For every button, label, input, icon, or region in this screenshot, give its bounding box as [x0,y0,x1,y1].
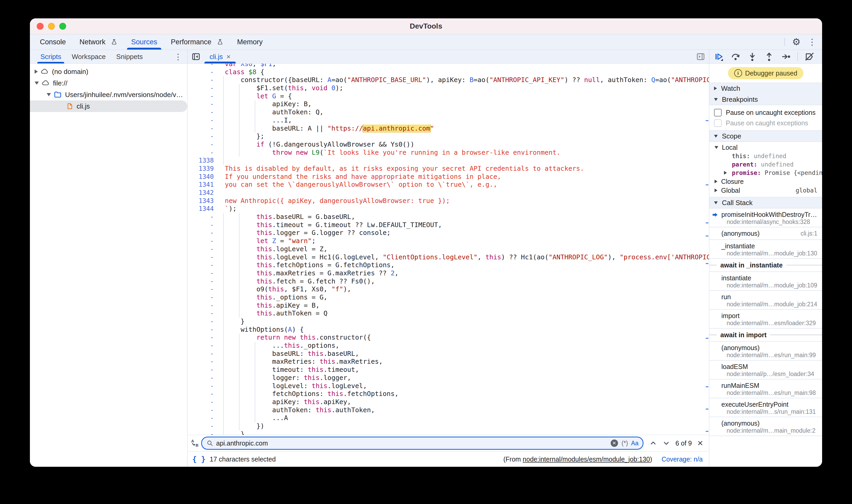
tab-close-icon[interactable]: × [227,53,231,61]
line-number[interactable]: - [188,374,218,382]
section-watch[interactable]: Watch [709,83,822,94]
line-number[interactable]: - [188,422,218,430]
line-number[interactable]: - [188,334,218,342]
line-number[interactable]: - [188,237,218,245]
line-number[interactable]: - [188,406,218,414]
checkbox[interactable] [714,119,722,127]
line-number[interactable]: 1338 [188,157,218,165]
line-number[interactable]: - [188,68,218,76]
line-number[interactable]: - [188,221,218,229]
scope-group-closure[interactable]: Closure [709,177,822,186]
search-input[interactable]: api.anthropic.com ✕ (*) Aa [201,437,643,450]
chevron-down-icon[interactable] [47,93,51,96]
call-stack-frame[interactable]: loadESMnode:internal/p…/esm_loader:34 [709,361,822,379]
close-window-button[interactable] [37,23,43,30]
call-stack-frame[interactable]: importnode:internal/m…esm/loader:329 [709,310,822,328]
toggle-debugger-sidebar-icon[interactable] [696,52,709,61]
line-number[interactable]: - [188,358,218,366]
resume-button[interactable] [713,51,724,62]
call-stack-frame[interactable]: runMainESMnode:internal/m…es/run_main:98 [709,379,822,398]
call-stack-frame[interactable]: instantiatenode:internal/m…module_job:10… [709,272,822,291]
main-tab-network[interactable]: Network [73,34,124,50]
call-stack-frame[interactable]: (anonymous)cli.js:1 [709,227,822,240]
line-number[interactable]: - [188,108,218,116]
call-stack-frame[interactable]: _instantiatenode:internal/m…module_job:1… [709,240,822,259]
line-number[interactable]: - [188,285,218,293]
section-call-stack[interactable]: Call Stack [709,197,822,209]
breakpoint-option[interactable]: Pause on caught exceptions [709,118,822,128]
line-number[interactable]: - [188,132,218,141]
collapse-navigator-icon[interactable] [191,52,201,61]
regex-toggle[interactable]: (*) [622,440,628,447]
pretty-print-icon[interactable]: { } [192,455,206,464]
main-tab-sources[interactable]: Sources [124,34,164,50]
line-number[interactable]: - [188,253,218,262]
breakpoint-option[interactable]: Pause on uncaught exceptions [709,107,822,118]
call-stack-frame[interactable]: executeUserEntryPointnode:internal/m…s/r… [709,398,822,417]
section-breakpoints[interactable]: Breakpoints [709,94,822,105]
match-case-toggle[interactable]: Aa [631,440,638,447]
line-number[interactable]: - [188,430,218,435]
line-number[interactable]: 1339 [188,165,218,173]
navigator-tab-scripts[interactable]: Scripts [35,50,66,64]
line-number[interactable]: - [188,116,218,125]
line-number[interactable]: - [188,261,218,269]
tab-cli-js[interactable]: cli.js × [205,50,236,64]
tree-item-users-jinhuilee-nvm-versions-node-v2-[interactable]: Users/jinhuilee/.nvm/versions/node/v2… [30,89,187,101]
more-options-kebab-icon[interactable]: ⋮ [808,38,816,46]
chevron-right-icon[interactable] [35,70,38,74]
scope-variable[interactable]: this: undefined [709,152,822,160]
line-number[interactable]: - [188,309,218,318]
call-stack-frame[interactable]: (anonymous)node:internal/m…es/run_main:9… [709,342,822,361]
replace-toggle-icon[interactable]: AB [190,438,200,448]
call-stack-frame[interactable]: (anonymous)node:internal/m…main_module:2 [709,417,822,436]
settings-gear-icon[interactable]: ⚙ [792,37,801,47]
line-number[interactable]: - [188,366,218,374]
navigator-overflow-menu-icon[interactable]: ⋮ [174,50,187,64]
line-number[interactable]: - [188,342,218,350]
call-stack-frame[interactable]: promiseInitHookWithDestroyTr…node:intern… [709,209,822,227]
line-number[interactable]: - [188,76,218,84]
line-number[interactable]: - [188,293,218,302]
line-number[interactable]: - [188,302,218,310]
scope-variable[interactable]: promise: Promise {<pending>} [709,168,822,177]
line-number[interactable]: - [188,141,218,149]
chevron-right-icon[interactable] [724,171,727,175]
code-editor[interactable]: -var Xs0, $F1;-class $8 {-constructor({b… [188,64,709,435]
line-number[interactable]: - [188,245,218,253]
line-number[interactable]: - [188,350,218,358]
navigator-tab-workspace[interactable]: Workspace [66,50,111,64]
line-number[interactable]: - [188,414,218,422]
line-number[interactable]: - [188,398,218,406]
line-number[interactable]: - [188,382,218,390]
search-query[interactable]: api.anthropic.com [216,439,611,447]
line-number[interactable]: - [188,269,218,277]
line-number[interactable]: - [188,125,218,133]
scope-variable[interactable]: parent: undefined [709,160,822,168]
line-number[interactable]: 1342 [188,189,218,197]
close-search-button[interactable]: ✕ [697,439,703,448]
next-match-button[interactable] [662,439,670,447]
step-out-button[interactable] [764,51,774,62]
main-tab-performance[interactable]: Performance [164,34,230,50]
line-number[interactable]: - [188,229,218,237]
line-number[interactable]: - [188,318,218,326]
chevron-right-icon[interactable] [714,188,717,192]
line-number[interactable]: 1343 [188,197,218,205]
navigator-tab-snippets[interactable]: Snippets [111,50,148,64]
scope-group-local[interactable]: Local [709,143,822,152]
tree-item--no-domain-[interactable]: (no domain) [30,66,187,77]
line-number[interactable]: - [188,149,218,157]
call-stack-frame[interactable]: runnode:internal/m…module_job:214 [709,291,822,310]
line-number[interactable]: 1341 [188,181,218,189]
maximize-window-button[interactable] [59,23,66,30]
chevron-right-icon[interactable] [714,180,717,183]
main-tab-console[interactable]: Console [33,34,73,50]
previous-match-button[interactable] [649,439,657,447]
coverage-link[interactable]: Coverage: n/a [661,455,703,463]
line-number[interactable]: - [188,390,218,398]
step-button[interactable] [781,51,791,62]
line-number[interactable]: - [188,277,218,286]
line-number[interactable]: - [188,64,218,68]
line-number[interactable]: 1340 [188,173,218,181]
